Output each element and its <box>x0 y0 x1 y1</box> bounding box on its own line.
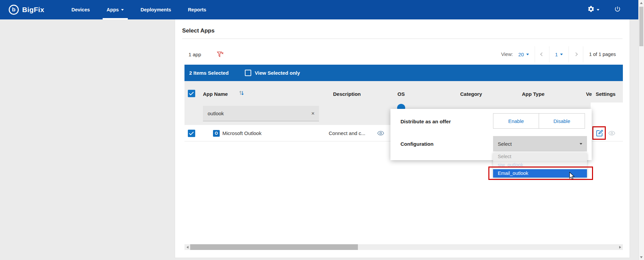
select-apps-panel: Select Apps 1 app View: 20 1 1 of <box>175 19 630 258</box>
distribute-offer-label: Distribute as an offer <box>400 119 451 124</box>
annotation-box-email-outlook <box>488 167 593 180</box>
distribute-toggle-group: Enable Disable <box>493 113 585 129</box>
prev-page-button[interactable] <box>535 46 549 62</box>
app-name-cell: Microsoft Outlook <box>222 130 262 136</box>
nav-item-deployments[interactable]: Deployments <box>132 0 179 19</box>
mouse-cursor <box>569 172 575 182</box>
column-header-settings: Settings <box>596 91 615 97</box>
scroll-up-icon[interactable] <box>639 0 644 6</box>
outlook-app-icon: O <box>213 130 220 137</box>
page-title: Select Apps <box>182 27 215 34</box>
page-number-dropdown[interactable]: 1 <box>549 46 569 62</box>
nav-item-reports[interactable]: Reports <box>179 0 215 19</box>
column-header-description: Description <box>333 91 361 97</box>
selection-bar: 2 Items Selected View Selected only <box>184 65 623 81</box>
column-header-version: Ve <box>586 91 594 97</box>
configuration-dropdown-value: Select <box>498 141 512 147</box>
chevron-right-icon <box>574 52 578 56</box>
brand-name: BigFix <box>22 6 44 14</box>
chevron-down-icon <box>121 9 124 11</box>
top-navigation: b BigFix Devices Apps Deployments Report… <box>0 0 638 19</box>
nav-item-devices[interactable]: Devices <box>63 0 98 19</box>
nav-label: Devices <box>71 7 90 12</box>
chevron-down-icon <box>526 54 529 55</box>
configuration-label: Configuration <box>400 141 433 147</box>
page-size-value: 20 <box>518 52 524 57</box>
scroll-right-icon[interactable] <box>617 244 623 250</box>
power-icon <box>614 6 621 14</box>
nav-label: Reports <box>188 7 206 12</box>
page-vertical-scrollbar[interactable] <box>638 0 644 260</box>
view-label: View: <box>501 52 513 57</box>
logo-letter: b <box>12 6 15 13</box>
nav-right-icons <box>587 5 621 14</box>
view-selected-label: View Selected only <box>255 70 300 76</box>
chevron-down-icon <box>597 9 599 11</box>
scroll-down-icon[interactable] <box>639 254 644 260</box>
column-header-category: Category <box>460 91 482 97</box>
table-toolbar: 1 app View: 20 1 1 of 1 pages <box>184 46 622 62</box>
chevron-left-icon <box>540 52 544 56</box>
main-nav: Devices Apps Deployments Reports <box>63 0 215 19</box>
scroll-left-icon[interactable] <box>184 244 190 250</box>
row-checkbox[interactable] <box>188 130 195 137</box>
clear-search-icon[interactable]: × <box>307 110 319 117</box>
description-cell: Connect and c... <box>329 130 365 136</box>
chevron-down-icon <box>580 143 582 145</box>
disable-button[interactable]: Disable <box>539 113 585 129</box>
app-name-filter-input[interactable] <box>203 106 307 121</box>
app-count-label: 1 app <box>184 52 201 57</box>
settings-column-background <box>591 103 623 125</box>
column-header-os: OS <box>397 91 405 97</box>
annotation-box-edit-icon <box>592 126 606 140</box>
bigfix-brand[interactable]: b BigFix <box>9 5 44 15</box>
pagination-controls: View: 20 1 1 of 1 pages <box>495 46 622 62</box>
logout-button[interactable] <box>614 6 621 14</box>
view-description-icon[interactable] <box>377 131 384 137</box>
page-size-dropdown[interactable]: 20 <box>518 52 529 57</box>
next-page-button[interactable] <box>569 46 583 62</box>
option-select[interactable]: Select <box>493 152 587 161</box>
configuration-dropdown[interactable]: Select <box>493 136 587 151</box>
horizontal-scroll-thumb[interactable] <box>190 244 358 250</box>
page-number-value: 1 <box>555 52 558 57</box>
view-selected-checkbox[interactable] <box>245 70 251 76</box>
selected-count-label: 2 Items Selected <box>189 70 229 76</box>
outlook-letter: O <box>215 131 218 136</box>
app-settings-popup: Distribute as an offer Enable Disable Co… <box>390 109 592 160</box>
enable-button[interactable]: Enable <box>493 113 539 129</box>
settings-gear-menu[interactable] <box>587 5 599 14</box>
view-size-segment: View: 20 <box>495 46 535 62</box>
clear-filter-icon[interactable] <box>217 51 224 58</box>
bigfix-logo-icon: b <box>9 5 19 15</box>
vertical-scroll-thumb[interactable] <box>639 7 643 46</box>
nav-item-apps[interactable]: Apps <box>98 0 132 19</box>
divider <box>182 39 623 39</box>
column-header-app-name[interactable]: App Name <box>203 91 228 97</box>
horizontal-scroll-track[interactable] <box>190 244 617 250</box>
app-name-filter: × <box>203 106 319 121</box>
nav-label: Deployments <box>141 7 171 12</box>
chevron-down-icon <box>560 54 563 55</box>
gear-icon <box>587 5 595 14</box>
table-horizontal-scrollbar[interactable] <box>184 244 623 250</box>
nav-label: Apps <box>107 7 119 12</box>
view-settings-icon[interactable] <box>608 131 615 136</box>
sort-icon[interactable] <box>239 90 244 97</box>
select-all-checkbox[interactable] <box>188 90 195 97</box>
column-header-app-type: App Type <box>522 91 544 97</box>
pages-label: 1 of 1 pages <box>583 46 622 62</box>
